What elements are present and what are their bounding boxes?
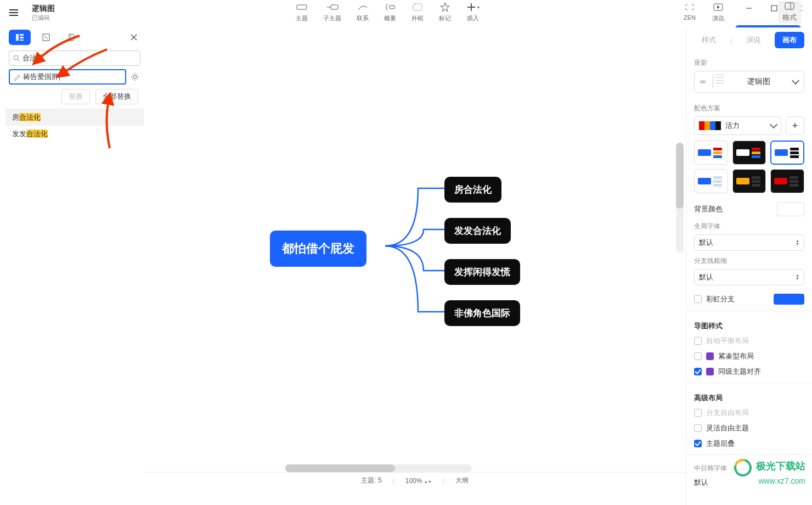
global-font-select[interactable]: 默认▲▼ — [694, 234, 804, 251]
svg-rect-8 — [413, 4, 422, 10]
search-input[interactable]: 合法化 — [9, 50, 140, 66]
root-topic[interactable]: 都怕借个屁发 — [270, 231, 366, 267]
tool-topic[interactable]: 主题 — [296, 1, 308, 23]
skeleton-select[interactable]: 逻辑图 — [694, 71, 804, 93]
horizontal-scrollbar[interactable] — [285, 464, 472, 472]
map-style-title: 导图样式 — [686, 315, 812, 333]
bg-color-picker[interactable] — [777, 202, 804, 216]
compact-checkbox[interactable] — [694, 352, 702, 360]
vertical-scrollbar[interactable] — [676, 143, 684, 252]
bg-color-label: 背景颜色 — [694, 204, 723, 214]
branch-label: 分支线粗细 — [694, 256, 804, 266]
advanced-title: 高级布局 — [686, 386, 812, 405]
svg-rect-4 — [297, 5, 307, 9]
outline-toggle[interactable]: 大纲 — [455, 476, 469, 485]
overlap-checkbox[interactable] — [694, 440, 702, 447]
align-checkbox[interactable] — [694, 368, 702, 375]
zoom-control[interactable]: 100% ▲▼ — [405, 477, 432, 485]
svg-line-23 — [18, 59, 20, 61]
free-topic-checkbox[interactable] — [694, 424, 702, 432]
mindmap-canvas[interactable]: 都怕借个屁发 房合法化 发发合法化 发挥闲得发慌 非佛角色国际 — [144, 27, 686, 472]
document-status: 已编辑 — [32, 14, 55, 22]
tool-marker[interactable]: 标记 — [439, 1, 451, 23]
rainbow-label: 彩虹分支 — [706, 294, 735, 304]
skeleton-label: 骨架 — [694, 58, 804, 68]
search-result[interactable]: 发发合法化 — [5, 126, 144, 142]
pencil-icon — [13, 73, 21, 81]
tab-style[interactable]: 样式 — [694, 32, 724, 48]
replace-input[interactable]: 祷告爱国胖 — [9, 69, 126, 85]
menu-button[interactable] — [5, 9, 22, 16]
tab-canvas[interactable]: 画布 — [775, 32, 804, 48]
tool-boundary[interactable]: 外框 — [411, 1, 424, 23]
tool-subtopic[interactable]: 子主题 — [323, 1, 341, 23]
watermark-logo-icon — [731, 456, 755, 480]
search-icon — [13, 54, 20, 62]
scheme-swatches — [699, 121, 721, 130]
svg-rect-16 — [20, 37, 24, 38]
minimize-button[interactable] — [736, 0, 762, 16]
chevron-down-icon — [770, 121, 777, 128]
theme-tile[interactable] — [694, 141, 728, 165]
premium-icon — [706, 352, 714, 360]
rainbow-preview[interactable] — [774, 294, 804, 305]
tags-tab-icon[interactable] — [61, 30, 83, 45]
tool-summary[interactable]: 概要 — [384, 1, 396, 23]
format-panel: 样式 | 演说 画布 骨架 逻辑图 配色方案 活力 + — [686, 27, 812, 505]
auto-balance-checkbox — [694, 337, 702, 345]
rainbow-checkbox[interactable] — [694, 295, 702, 303]
tool-relationship[interactable]: 联系 — [357, 1, 369, 23]
skeleton-icon — [700, 75, 724, 89]
outline-tab-icon[interactable] — [9, 30, 31, 45]
tool-zen[interactable]: ZEN — [684, 1, 696, 23]
color-scheme-select[interactable]: 活力 — [694, 116, 781, 135]
svg-point-22 — [14, 55, 18, 60]
replace-all-button[interactable]: 全部替换 — [95, 89, 138, 104]
premium-icon — [706, 368, 714, 375]
svg-rect-5 — [331, 5, 338, 9]
free-branch-checkbox — [694, 409, 702, 417]
sub-topic[interactable]: 发挥闲得发慌 — [444, 259, 520, 285]
font-label: 全局字体 — [694, 222, 804, 231]
theme-tile[interactable] — [770, 169, 804, 193]
sub-topic[interactable]: 非佛角色国际 — [444, 300, 520, 326]
find-replace-panel: 合法化 祷告爱国胖 替换 全部替换 房合法化 发发合法化 — [5, 27, 144, 142]
svg-point-24 — [133, 75, 137, 78]
svg-point-19 — [70, 35, 71, 36]
watermark: 极光下载站 www.xz7.com — [734, 459, 805, 485]
add-scheme-button[interactable]: + — [786, 116, 804, 135]
search-settings-icon[interactable] — [129, 71, 140, 82]
svg-rect-7 — [390, 5, 394, 9]
status-bar: 主题: 5 | 100% ▲▼ | 大纲 — [144, 472, 686, 489]
svg-rect-17 — [20, 40, 24, 41]
search-result[interactable]: 房合法化 — [5, 109, 144, 126]
tab-pitch[interactable]: 演说 — [738, 32, 768, 48]
theme-tile[interactable] — [732, 141, 766, 165]
svg-rect-15 — [20, 34, 24, 36]
replace-button[interactable]: 替换 — [61, 89, 90, 104]
theme-tile[interactable] — [732, 169, 766, 193]
svg-rect-14 — [16, 34, 19, 41]
close-panel-icon[interactable] — [127, 31, 140, 44]
scheme-label: 配色方案 — [694, 104, 804, 113]
sub-topic[interactable]: 房合法化 — [444, 177, 501, 203]
tool-insert[interactable]: ▾插入 — [466, 1, 480, 23]
document-title: 逻辑图 — [32, 4, 55, 14]
main-toolbar: 主题 子主题 联系 概要 外框 标记 ▾插入 — [296, 1, 480, 23]
tool-pitch[interactable]: 演说 — [712, 1, 724, 23]
notes-tab-icon[interactable] — [35, 30, 57, 45]
theme-tile[interactable] — [770, 141, 804, 165]
svg-rect-12 — [785, 3, 794, 9]
sub-topic[interactable]: 发发合法化 — [444, 218, 511, 244]
chevron-down-icon — [792, 77, 799, 85]
format-panel-toggle[interactable]: 格式 — [778, 1, 801, 24]
theme-tile[interactable] — [694, 169, 728, 193]
branch-width-select[interactable]: 默认▲▼ — [694, 269, 804, 285]
topic-count: 5 — [378, 476, 382, 484]
svg-rect-1 — [771, 5, 777, 11]
